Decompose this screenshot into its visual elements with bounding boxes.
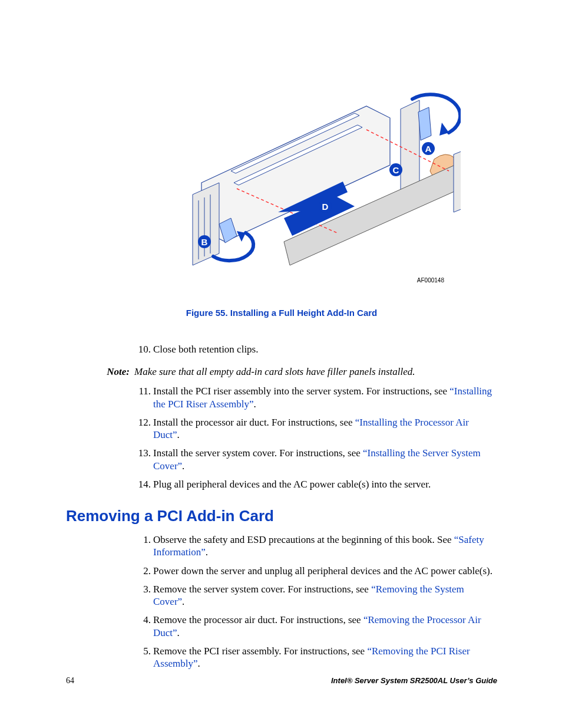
list-text: Remove the processor air duct. For instr…	[153, 614, 497, 639]
cross-reference-link[interactable]: “Safety Information”	[153, 534, 484, 558]
list-text: Install the PCI riser assembly into the …	[153, 385, 497, 410]
list-item: 13.Install the server system cover. For …	[134, 447, 497, 472]
list-text: Remove the server system cover. For inst…	[153, 583, 497, 608]
list-item: 2.Power down the server and unplug all p…	[134, 565, 497, 577]
list-number: 3.	[134, 583, 153, 608]
figure-label-D: D	[319, 200, 332, 213]
svg-text:A: A	[425, 144, 432, 154]
steps-section2: 1.Observe the safety and ESD precautions…	[134, 533, 497, 670]
page-number: 64	[66, 676, 74, 686]
svg-marker-13	[454, 150, 461, 212]
figure-label-B: B	[198, 235, 211, 248]
list-number: 4.	[134, 614, 153, 639]
list-text: Power down the server and unplug all per…	[153, 565, 497, 577]
svg-marker-1	[193, 183, 219, 265]
list-item: 14.Plug all peripheral devices and the A…	[134, 478, 497, 490]
figure-illustration: A C D B AF000148	[143, 83, 461, 286]
list-number: 12.	[134, 416, 153, 442]
steps-before-note: 10.Close both retention clips.	[134, 343, 497, 355]
figure-caption: Figure 55. Installing a Full Height Add-…	[66, 308, 497, 318]
list-text: Remove the PCI riser assembly. For instr…	[153, 645, 497, 670]
list-number: 2.	[134, 565, 153, 577]
list-item: 10.Close both retention clips.	[134, 343, 497, 355]
figure-label-C: C	[389, 163, 402, 176]
list-text: Install the server system cover. For ins…	[153, 447, 497, 472]
cross-reference-link[interactable]: “Removing the PCI Riser Assembly”	[153, 645, 470, 669]
cross-reference-link[interactable]: “Installing the Server System Cover”	[153, 447, 481, 471]
svg-marker-8	[418, 107, 431, 140]
cross-reference-link[interactable]: “Removing the System Cover”	[153, 584, 464, 607]
document-title: Intel® Server System SR2500AL User’s Gui…	[331, 676, 497, 685]
list-item: 11.Install the PCI riser assembly into t…	[134, 385, 497, 410]
svg-text:D: D	[322, 202, 329, 212]
figure-label-A: A	[422, 142, 435, 155]
list-number: 14.	[134, 478, 153, 490]
figure-image-code: AF000148	[417, 277, 444, 284]
list-item: 1.Observe the safety and ESD precautions…	[134, 533, 497, 559]
steps-after-note: 11.Install the PCI riser assembly into t…	[134, 385, 497, 490]
list-item: 5.Remove the PCI riser assembly. For ins…	[134, 645, 497, 670]
note-label: Note:	[66, 366, 134, 378]
section-heading: Removing a PCI Add-in Card	[66, 507, 497, 525]
cross-reference-link[interactable]: “Removing the Processor Air Duct”	[153, 614, 481, 638]
list-text: Plug all peripheral devices and the AC p…	[153, 478, 497, 490]
note-text: Make sure that all empty add-in card slo…	[134, 366, 497, 378]
list-text: Close both retention clips.	[153, 343, 497, 355]
list-item: 3.Remove the server system cover. For in…	[134, 583, 497, 608]
list-text: Install the processor air duct. For inst…	[153, 416, 497, 442]
list-number: 5.	[134, 645, 153, 670]
note-row: Note: Make sure that all empty add-in ca…	[66, 366, 497, 378]
list-number: 10.	[134, 343, 153, 355]
page-footer: 64 Intel® Server System SR2500AL User’s …	[66, 676, 497, 686]
list-item: 12.Install the processor air duct. For i…	[134, 416, 497, 442]
cross-reference-link[interactable]: “Installing the Processor Air Duct”	[153, 417, 469, 440]
list-text: Observe the safety and ESD precautions a…	[153, 533, 497, 559]
svg-marker-6	[237, 231, 246, 242]
svg-text:C: C	[393, 165, 399, 175]
figure-area: A C D B AF000148 Figure 55. Installing a…	[66, 0, 497, 295]
list-number: 13.	[134, 447, 153, 472]
list-number: 1.	[134, 533, 153, 559]
svg-text:B: B	[201, 237, 208, 247]
list-item: 4.Remove the processor air duct. For ins…	[134, 614, 497, 639]
list-number: 11.	[134, 385, 153, 410]
svg-marker-7	[401, 100, 419, 192]
cross-reference-link[interactable]: “Installing the PCI Riser Assembly”	[153, 386, 492, 409]
